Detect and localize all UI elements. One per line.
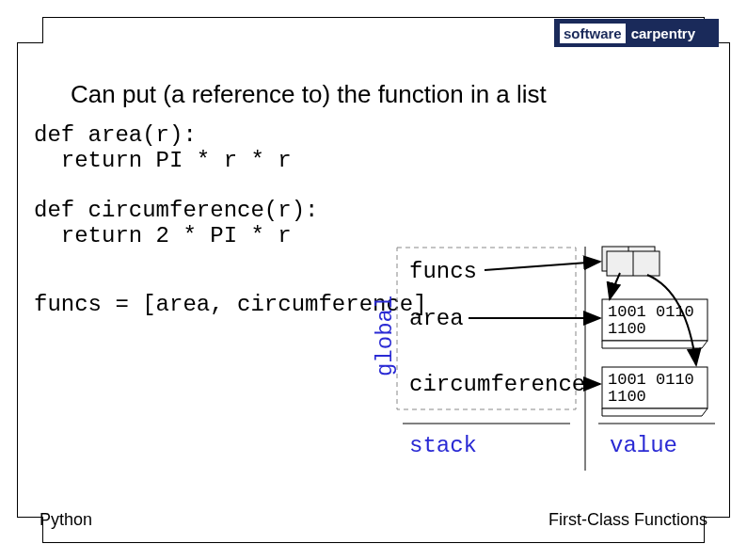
code-block-area: def area(r): return PI * r * r: [34, 122, 292, 173]
code-block-circumference: def circumference(r): return 2 * PI * r: [34, 198, 318, 248]
slide-title: Can put (a reference to) the function in…: [71, 80, 547, 109]
code-block-funcs: funcs = [area, circumference]: [34, 292, 427, 317]
footer-right: First-Class Functions: [548, 510, 707, 530]
logo-left: software: [560, 24, 626, 43]
corner-cut: [704, 517, 730, 543]
software-carpentry-logo: software carpentry: [554, 19, 719, 47]
footer-left: Python: [40, 510, 92, 530]
logo-right: carpentry: [626, 25, 701, 41]
corner-cut: [17, 17, 43, 43]
